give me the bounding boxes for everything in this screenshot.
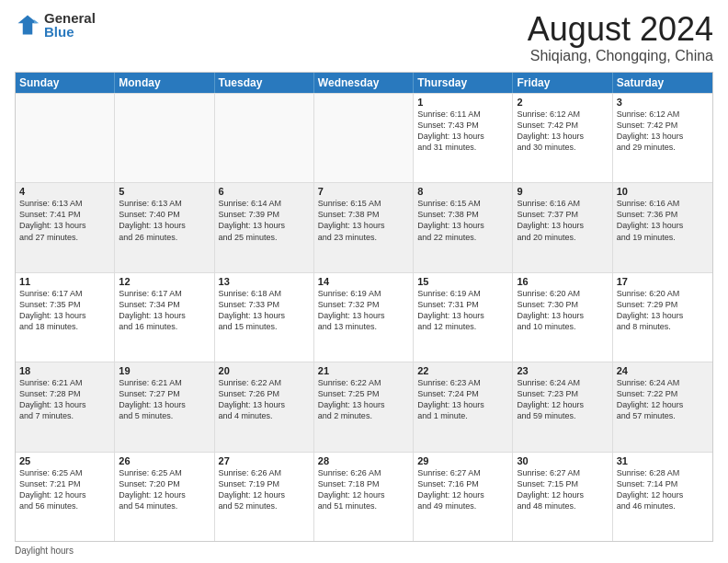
day-number: 24: [617, 365, 709, 376]
calendar-cell: 24Sunrise: 6:24 AM Sunset: 7:22 PM Dayli…: [613, 362, 712, 451]
calendar-cell: 26Sunrise: 6:25 AM Sunset: 7:20 PM Dayli…: [115, 453, 214, 541]
calendar-row-1: 4Sunrise: 6:13 AM Sunset: 7:41 PM Daylig…: [16, 182, 712, 271]
day-number: 17: [617, 276, 709, 287]
weekday-header-tuesday: Tuesday: [215, 73, 314, 93]
calendar-cell: 17Sunrise: 6:20 AM Sunset: 7:29 PM Dayli…: [613, 273, 712, 362]
calendar-cell: 22Sunrise: 6:23 AM Sunset: 7:24 PM Dayli…: [414, 362, 513, 451]
day-info: Sunrise: 6:16 AM Sunset: 7:36 PM Dayligh…: [617, 198, 709, 243]
day-number: 9: [517, 186, 608, 197]
day-number: 15: [417, 276, 508, 287]
calendar-cell: [314, 94, 414, 182]
calendar-header: SundayMondayTuesdayWednesdayThursdayFrid…: [16, 73, 712, 93]
day-number: 20: [219, 365, 310, 376]
calendar-cell: 20Sunrise: 6:22 AM Sunset: 7:26 PM Dayli…: [215, 362, 314, 451]
calendar-cell: 9Sunrise: 6:16 AM Sunset: 7:37 PM Daylig…: [513, 183, 612, 271]
calendar-cell: 3Sunrise: 6:12 AM Sunset: 7:42 PM Daylig…: [613, 94, 712, 182]
calendar-cell: 8Sunrise: 6:15 AM Sunset: 7:38 PM Daylig…: [414, 183, 513, 271]
calendar-cell: 28Sunrise: 6:26 AM Sunset: 7:18 PM Dayli…: [314, 453, 414, 541]
calendar-cell: 10Sunrise: 6:16 AM Sunset: 7:36 PM Dayli…: [613, 183, 712, 271]
calendar-cell: 23Sunrise: 6:24 AM Sunset: 7:23 PM Dayli…: [513, 362, 612, 451]
logo-general-text: General: [44, 11, 96, 25]
weekday-header-saturday: Saturday: [613, 73, 712, 93]
svg-marker-0: [18, 16, 38, 35]
day-info: Sunrise: 6:24 AM Sunset: 7:22 PM Dayligh…: [617, 377, 709, 422]
calendar-cell: 16Sunrise: 6:20 AM Sunset: 7:30 PM Dayli…: [513, 273, 612, 362]
day-info: Sunrise: 6:13 AM Sunset: 7:40 PM Dayligh…: [119, 198, 210, 243]
calendar-cell: 15Sunrise: 6:19 AM Sunset: 7:31 PM Dayli…: [414, 273, 513, 362]
day-info: Sunrise: 6:14 AM Sunset: 7:39 PM Dayligh…: [219, 198, 310, 243]
day-info: Sunrise: 6:13 AM Sunset: 7:41 PM Dayligh…: [19, 198, 110, 243]
footer-label: Daylight hours: [15, 546, 74, 556]
day-info: Sunrise: 6:20 AM Sunset: 7:29 PM Dayligh…: [617, 288, 709, 333]
day-number: 10: [617, 186, 709, 197]
day-info: Sunrise: 6:19 AM Sunset: 7:31 PM Dayligh…: [417, 288, 508, 333]
title-block: August 2024 Shiqiang, Chongqing, China: [528, 11, 713, 64]
calendar-cell: [115, 94, 214, 182]
calendar-cell: 27Sunrise: 6:26 AM Sunset: 7:19 PM Dayli…: [215, 453, 314, 541]
day-number: 6: [219, 186, 310, 197]
calendar-cell: 29Sunrise: 6:27 AM Sunset: 7:16 PM Dayli…: [414, 453, 513, 541]
calendar: SundayMondayTuesdayWednesdayThursdayFrid…: [15, 72, 713, 542]
calendar-cell: 25Sunrise: 6:25 AM Sunset: 7:21 PM Dayli…: [16, 453, 115, 541]
calendar-cell: 12Sunrise: 6:17 AM Sunset: 7:34 PM Dayli…: [115, 273, 214, 362]
day-info: Sunrise: 6:19 AM Sunset: 7:32 PM Dayligh…: [318, 288, 409, 333]
day-number: 14: [318, 276, 409, 287]
day-info: Sunrise: 6:21 AM Sunset: 7:27 PM Dayligh…: [119, 377, 210, 422]
day-info: Sunrise: 6:17 AM Sunset: 7:35 PM Dayligh…: [19, 288, 110, 333]
calendar-cell: 30Sunrise: 6:27 AM Sunset: 7:15 PM Dayli…: [513, 453, 612, 541]
day-info: Sunrise: 6:26 AM Sunset: 7:19 PM Dayligh…: [219, 467, 310, 512]
day-number: 19: [119, 365, 210, 376]
weekday-header-thursday: Thursday: [414, 73, 513, 93]
day-number: 13: [219, 276, 310, 287]
footer: Daylight hours: [15, 546, 713, 556]
calendar-cell: [16, 94, 115, 182]
day-info: Sunrise: 6:27 AM Sunset: 7:15 PM Dayligh…: [517, 467, 608, 512]
calendar-cell: 19Sunrise: 6:21 AM Sunset: 7:27 PM Dayli…: [115, 362, 214, 451]
logo-blue-text: Blue: [44, 25, 96, 39]
day-info: Sunrise: 6:23 AM Sunset: 7:24 PM Dayligh…: [417, 377, 508, 422]
day-info: Sunrise: 6:27 AM Sunset: 7:16 PM Dayligh…: [417, 467, 508, 512]
day-number: 16: [517, 276, 608, 287]
day-info: Sunrise: 6:22 AM Sunset: 7:25 PM Dayligh…: [318, 377, 409, 422]
logo-icon: [15, 12, 40, 38]
day-info: Sunrise: 6:15 AM Sunset: 7:38 PM Dayligh…: [417, 198, 508, 243]
calendar-cell: 13Sunrise: 6:18 AM Sunset: 7:33 PM Dayli…: [215, 273, 314, 362]
header: General Blue August 2024 Shiqiang, Chong…: [15, 11, 713, 64]
day-number: 25: [19, 455, 110, 466]
day-info: Sunrise: 6:25 AM Sunset: 7:20 PM Dayligh…: [119, 467, 210, 512]
day-number: 31: [617, 455, 709, 466]
logo: General Blue: [15, 11, 96, 39]
day-info: Sunrise: 6:22 AM Sunset: 7:26 PM Dayligh…: [219, 377, 310, 422]
calendar-row-3: 18Sunrise: 6:21 AM Sunset: 7:28 PM Dayli…: [16, 362, 712, 451]
day-info: Sunrise: 6:11 AM Sunset: 7:43 PM Dayligh…: [417, 109, 508, 154]
calendar-row-4: 25Sunrise: 6:25 AM Sunset: 7:21 PM Dayli…: [16, 452, 712, 541]
calendar-body: 1Sunrise: 6:11 AM Sunset: 7:43 PM Daylig…: [16, 93, 712, 541]
day-number: 30: [517, 455, 608, 466]
calendar-row-0: 1Sunrise: 6:11 AM Sunset: 7:43 PM Daylig…: [16, 93, 712, 182]
day-number: 27: [219, 455, 310, 466]
calendar-row-2: 11Sunrise: 6:17 AM Sunset: 7:35 PM Dayli…: [16, 272, 712, 362]
weekday-header-sunday: Sunday: [16, 73, 115, 93]
day-number: 26: [119, 455, 210, 466]
day-number: 8: [417, 186, 508, 197]
day-number: 7: [318, 186, 409, 197]
day-info: Sunrise: 6:20 AM Sunset: 7:30 PM Dayligh…: [517, 288, 608, 333]
calendar-cell: 31Sunrise: 6:28 AM Sunset: 7:14 PM Dayli…: [613, 453, 712, 541]
day-info: Sunrise: 6:17 AM Sunset: 7:34 PM Dayligh…: [119, 288, 210, 333]
logo-text: General Blue: [44, 11, 96, 39]
day-info: Sunrise: 6:28 AM Sunset: 7:14 PM Dayligh…: [617, 467, 709, 512]
day-info: Sunrise: 6:25 AM Sunset: 7:21 PM Dayligh…: [19, 467, 110, 512]
day-info: Sunrise: 6:15 AM Sunset: 7:38 PM Dayligh…: [318, 198, 409, 243]
day-info: Sunrise: 6:26 AM Sunset: 7:18 PM Dayligh…: [318, 467, 409, 512]
subtitle: Shiqiang, Chongqing, China: [528, 48, 713, 64]
calendar-cell: 6Sunrise: 6:14 AM Sunset: 7:39 PM Daylig…: [215, 183, 314, 271]
day-number: 21: [318, 365, 409, 376]
day-number: 2: [517, 97, 608, 108]
main-title: August 2024: [528, 11, 713, 48]
day-info: Sunrise: 6:21 AM Sunset: 7:28 PM Dayligh…: [19, 377, 110, 422]
calendar-cell: 21Sunrise: 6:22 AM Sunset: 7:25 PM Dayli…: [314, 362, 414, 451]
calendar-cell: 4Sunrise: 6:13 AM Sunset: 7:41 PM Daylig…: [16, 183, 115, 271]
day-info: Sunrise: 6:18 AM Sunset: 7:33 PM Dayligh…: [219, 288, 310, 333]
calendar-cell: 1Sunrise: 6:11 AM Sunset: 7:43 PM Daylig…: [414, 94, 513, 182]
day-number: 5: [119, 186, 210, 197]
